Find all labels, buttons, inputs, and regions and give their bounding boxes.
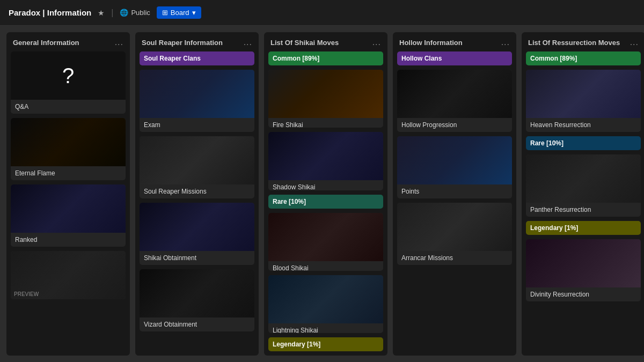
card-img-points (397, 136, 512, 184)
column-body-soul-reaper: Soul Reaper ClansExamSoul Reaper Mission… (135, 51, 259, 356)
board-button[interactable]: ⊞ Board ▾ (157, 6, 201, 19)
column-menu-general[interactable]: ... (115, 38, 123, 47)
card-img-shikai-obtainment (140, 203, 254, 251)
card-fire-shikai[interactable]: Fire Shikai (268, 70, 383, 128)
card-label-heaven-resurrection: Heaven Resurrection (526, 118, 641, 132)
card-arrancar-missions[interactable]: Arrancar Missions (397, 203, 512, 265)
column-header-hollow: Hollow Information... (393, 32, 516, 51)
column-header-resurrection-moves: List Of Ressurection Moves... (522, 32, 644, 51)
board-area: General Information...?Q&AEternal FlameR… (0, 26, 644, 362)
column-title-shikai-moves: List Of Shikai Moves (270, 39, 339, 47)
card-label-vizard-obtainment: Vizard Obtainment (140, 317, 254, 331)
star-icon[interactable]: ★ (98, 9, 105, 17)
card-res-common-89[interactable]: Common [89%] (526, 51, 641, 65)
card-soul-reaper-clans[interactable]: Soul Reaper Clans (140, 51, 254, 65)
column-menu-hollow[interactable]: ... (501, 38, 510, 47)
card-img-exam (140, 70, 254, 118)
card-img-hollow-progression (397, 70, 512, 118)
card-label-divinity-resurrection: Divinity Resurrection (526, 287, 641, 301)
card-label-hollow-progression: Hollow Progression (397, 118, 512, 132)
chevron-down-icon: ▾ (192, 9, 196, 17)
column-soul-reaper: Soul Reaper Information...Soul Reaper Cl… (135, 32, 259, 356)
column-body-resurrection-moves: Common [89%]Heaven ResurrectionRare [10%… (522, 51, 644, 356)
header: Paradox | Information ★ | 🌐 Public ⊞ Boa… (0, 0, 644, 26)
column-menu-shikai-moves[interactable]: ... (372, 38, 381, 47)
card-lightning-shikai[interactable]: Lightning Shikai (268, 275, 383, 333)
card-heaven-resurrection[interactable]: Heaven Resurrection (526, 70, 641, 132)
card-label-shadow-shikai: Shadow Shikai (268, 180, 383, 190)
card-label-eternal-flame: Eternal Flame (11, 166, 126, 180)
card-img-lightning-shikai (268, 275, 383, 323)
card-rare-10[interactable]: Rare [10%] (268, 195, 383, 209)
column-title-resurrection-moves: List Of Ressurection Moves (528, 39, 620, 47)
visibility-label: Public (131, 9, 150, 17)
card-label-exam: Exam (140, 118, 254, 132)
card-label-arrancar-missions: Arrancar Missions (397, 251, 512, 265)
column-menu-soul-reaper[interactable]: ... (244, 38, 252, 47)
column-menu-resurrection-moves[interactable]: ... (630, 38, 639, 47)
card-panther-resurrection[interactable]: Panther Resurrection (526, 154, 641, 217)
column-header-shikai-moves: List Of Shikai Moves... (264, 32, 387, 51)
card-blood-shikai[interactable]: Blood Shikai (268, 213, 383, 271)
card-label-fire-shikai: Fire Shikai (268, 118, 383, 128)
card-legendary-1-res[interactable]: Legendary [1%] (526, 221, 641, 235)
card-img-fire-shikai (268, 70, 383, 118)
card-shadow-shikai[interactable]: Shadow Shikai (268, 132, 383, 190)
globe-icon: 🌐 (120, 9, 128, 17)
card-shikai-obtainment[interactable]: Shikai Obtainment (140, 203, 254, 265)
column-general: General Information...?Q&AEternal FlameR… (6, 32, 130, 356)
column-body-shikai-moves: Common [89%]Fire ShikaiShadow ShikaiRare… (264, 51, 387, 356)
card-label-shikai-obtainment: Shikai Obtainment (140, 251, 254, 265)
card-divinity-resurrection[interactable]: Divinity Resurrection (526, 239, 641, 301)
qa-icon: ? (11, 51, 126, 100)
column-body-general: ?Q&AEternal FlameRankedPREVIEW (6, 51, 130, 356)
column-hollow: Hollow Information...Hollow ClansHollow … (393, 32, 516, 356)
card-legendary-1[interactable]: Legendary [1%] (268, 337, 383, 351)
column-header-general: General Information... (6, 32, 130, 51)
card-img-arrancar-missions (397, 203, 512, 251)
column-shikai-moves: List Of Shikai Moves...Common [89%]Fire … (264, 32, 387, 356)
card-hollow-progression[interactable]: Hollow Progression (397, 70, 512, 132)
card-img-shadow-shikai (268, 132, 383, 180)
page-title: Paradox | Information (9, 8, 91, 17)
card-hollow-clans[interactable]: Hollow Clans (397, 51, 512, 65)
card-res-rare-10[interactable]: Rare [10%] (526, 136, 641, 150)
grid-icon: ⊞ (162, 9, 168, 17)
card-soul-reaper-missions[interactable]: Soul Reaper Missions (140, 136, 254, 198)
card-label-ranked: Ranked (11, 233, 126, 247)
divider: | (111, 8, 113, 18)
card-vizard-obtainment[interactable]: Vizard Obtainment (140, 269, 254, 331)
card-img-vizard-obtainment (140, 269, 254, 317)
card-label-soul-reaper-missions: Soul Reaper Missions (140, 184, 254, 198)
card-label-panther-resurrection: Panther Resurrection (526, 203, 641, 217)
card-exam[interactable]: Exam (140, 70, 254, 132)
card-common-89[interactable]: Common [89%] (268, 51, 383, 65)
card-label-blood-shikai: Blood Shikai (268, 261, 383, 271)
card-img-divinity-resurrection (526, 239, 641, 287)
column-title-soul-reaper: Soul Reaper Information (142, 39, 223, 47)
card-label-lightning-shikai: Lightning Shikai (268, 323, 383, 333)
card-label-qa: Q&A (11, 100, 126, 114)
column-header-soul-reaper: Soul Reaper Information... (135, 32, 259, 51)
visibility-badge: 🌐 Public (120, 9, 150, 17)
column-title-general: General Information (13, 39, 79, 47)
card-img-panther-resurrection (526, 154, 641, 203)
card-img-blood-shikai (268, 213, 383, 261)
card-img-ranked (11, 184, 126, 233)
card-guild[interactable]: PREVIEW (11, 251, 126, 299)
board-label: Board (171, 9, 189, 17)
card-img-eternal-flame (11, 118, 126, 166)
column-resurrection-moves: List Of Ressurection Moves...Common [89%… (522, 32, 644, 356)
column-title-hollow: Hollow Information (399, 39, 463, 47)
card-qa[interactable]: ?Q&A (11, 51, 126, 114)
card-ranked[interactable]: Ranked (11, 184, 126, 247)
card-label-points: Points (397, 184, 512, 198)
card-eternal-flame[interactable]: Eternal Flame (11, 118, 126, 180)
column-body-hollow: Hollow ClansHollow ProgressionPointsArra… (393, 51, 516, 356)
card-points[interactable]: Points (397, 136, 512, 198)
card-img-guild: PREVIEW (11, 251, 126, 299)
card-img-heaven-resurrection (526, 70, 641, 118)
card-img-soul-reaper-missions (140, 136, 254, 184)
